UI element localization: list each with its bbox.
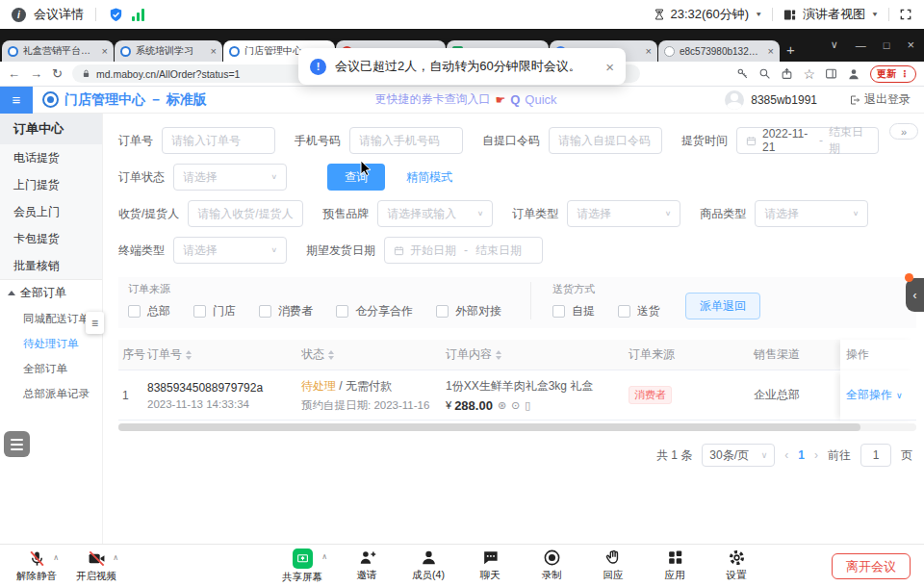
drag-handle[interactable]: ≡ [86,312,104,334]
all-actions-dropdown[interactable]: 全部操作 ∨ [846,387,916,403]
terminal-type-select[interactable]: 请选择 ∨ [173,237,287,264]
start-video-button[interactable]: ∧ 开启视频 [73,549,119,583]
quick-label[interactable]: Quick [525,92,556,107]
order-type-select[interactable]: 请选择 ∨ [567,200,680,227]
close-window-icon[interactable]: × [907,38,914,52]
checkbox-icon[interactable] [618,305,630,318]
menu-dots-icon[interactable]: ⋮ [900,68,910,79]
view-mode-select[interactable]: 演讲者视图 [803,6,865,23]
leave-meeting-button[interactable]: 离开会议 [832,553,911,579]
checkbox-icon[interactable] [436,305,449,318]
col-header-order-no[interactable]: 订单号 [147,346,301,363]
new-tab-button[interactable]: + [786,41,795,58]
toast-close-icon[interactable]: × [605,59,614,75]
browser-tab[interactable]: 系统培训学习 × [115,40,222,62]
ship-end-date[interactable]: 结束日期 [475,242,522,259]
goods-type-select[interactable]: 请选择 ∨ [755,200,868,227]
fullscreen-icon[interactable] [899,8,912,21]
invite-button[interactable]: 邀请 [344,549,390,584]
tab-close-icon[interactable]: × [211,46,217,57]
apps-button[interactable]: 应用 [652,549,698,584]
record-button[interactable]: 录制 [528,549,575,584]
unmute-button[interactable]: ∧ 解除静音 [13,549,60,583]
pickup-time-range[interactable]: 2022-11-21 - 结束日期 [736,127,879,154]
meeting-details-button[interactable]: 会议详情 [34,6,84,23]
tab-close-icon[interactable]: × [102,46,108,57]
order-status-select[interactable]: 请选择 ∨ [173,164,287,191]
checkbox-consumer[interactable]: 消费者 [259,303,313,319]
checkbox-icon[interactable] [128,305,141,318]
checkbox-external[interactable]: 外部对接 [436,303,501,319]
bookmark-star-icon[interactable]: ☆ [803,66,815,82]
table-row[interactable]: 1 83859345088979792a 2023-11-13 14:33:34… [118,370,916,421]
simple-mode-link[interactable]: 精简模式 [406,169,452,186]
chat-button[interactable]: 聊天 [467,549,513,584]
sidebar-item-phone-pickup[interactable]: 电话提货 [0,144,102,171]
timer-caret-icon[interactable]: ▼ [755,11,762,17]
checkbox-icon[interactable] [193,305,206,318]
browser-tab[interactable]: e8c573980b1328a258fd2e6 × [658,40,780,62]
sidebar-item-card-pickup[interactable]: 卡包提货 [0,225,102,252]
checkbox-self-pickup[interactable]: 自提 [552,303,595,319]
col-header-content[interactable]: 订单内容 [446,346,629,363]
order-no-input[interactable]: 请输入订单号 [162,127,275,154]
sort-caret-icon[interactable] [186,350,192,360]
logout-button[interactable]: 退出登录 [849,91,911,108]
ship-date-range[interactable]: 开始日期 - 结束日期 [384,237,543,264]
meeting-list-toggle[interactable] [4,431,30,457]
refresh-icon[interactable]: ↻ [52,66,63,81]
sidebar-item-pending-orders[interactable]: 待处理订单 [0,331,102,356]
tab-close-icon[interactable]: × [646,46,652,57]
search-button[interactable]: 查询 [327,164,385,191]
forward-icon[interactable]: → [30,66,42,81]
checkbox-icon[interactable] [336,305,348,318]
caret-up-icon[interactable]: ∧ [321,552,327,561]
next-page-icon[interactable]: › [814,448,818,462]
browser-update-button[interactable]: 更新 ⋮ [870,65,916,83]
minimize-icon[interactable]: — [856,39,866,51]
browser-tab[interactable]: 礼盒营销平台管理中心 × [2,40,114,62]
sort-caret-icon[interactable] [328,350,334,360]
sort-caret-icon[interactable] [496,350,501,360]
receiver-input[interactable]: 请输入收货/提货人 [188,200,303,227]
dispatch-return-button[interactable]: 派单退回 [685,293,760,319]
members-button[interactable]: 成员(4) [405,549,451,584]
sidebar-item-hq-dispatch-records[interactable]: 总部派单记录 [0,381,102,406]
sidebar-item-batch-verify[interactable]: 批量核销 [0,252,102,279]
checkbox-icon[interactable] [552,305,565,318]
pickup-end-date[interactable]: 结束日期 [829,124,869,157]
back-icon[interactable]: ← [8,66,20,81]
react-button[interactable]: 回应 [590,549,636,584]
horizontal-scrollbar[interactable] [118,423,916,431]
settings-button[interactable]: 设置 [713,549,759,584]
collapse-filters-button[interactable]: » [889,123,918,140]
side-panel-icon[interactable] [825,67,837,80]
sidebar-item-all-orders[interactable]: 全部订单 [0,356,102,381]
pickup-code-input[interactable]: 请输入自提口令码 [549,127,662,154]
avatar[interactable] [725,90,744,110]
current-page[interactable]: 1 [798,448,805,462]
panel-collapse-handle[interactable]: ‹ [906,278,924,312]
view-mode-caret-icon[interactable]: ▼ [871,11,879,17]
profile-icon[interactable] [847,67,860,81]
signal-bars-icon[interactable] [132,9,144,21]
quick-search-icon[interactable]: Q [510,92,520,107]
caret-up-icon[interactable]: ∧ [113,553,118,562]
prev-page-icon[interactable]: ‹ [784,448,788,462]
key-icon[interactable] [736,67,749,80]
maximize-icon[interactable]: □ [884,39,890,51]
tab-close-icon[interactable]: × [768,46,774,57]
hamburger-menu-button[interactable]: ≡ [0,87,33,114]
checkbox-hq[interactable]: 总部 [128,303,170,319]
sidebar-group-all-orders[interactable]: 全部订单 [0,279,102,306]
share-screen-button[interactable]: ∧ 共享屏幕 [276,549,328,584]
presale-brand-select[interactable]: 请选择或输入 ∨ [377,200,493,227]
checkbox-icon[interactable] [259,305,271,318]
tab-search-icon[interactable]: ∨ [831,38,838,51]
sidebar-item-door-pickup[interactable]: 上门提货 [0,171,102,198]
phone-input[interactable]: 请输入手机号码 [349,127,463,154]
ship-start-date[interactable]: 开始日期 [410,242,456,259]
caret-up-icon[interactable]: ∧ [53,553,59,562]
pickup-start-date[interactable]: 2022-11-21 [762,127,813,154]
zoom-icon[interactable] [758,67,771,80]
